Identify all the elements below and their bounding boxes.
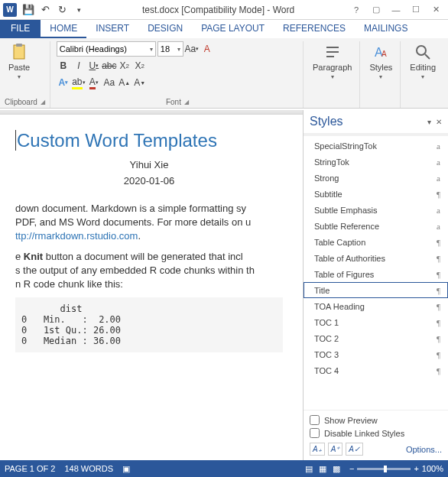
doc-author[interactable]: Yihui Xie xyxy=(15,159,283,170)
style-item[interactable]: Stronga xyxy=(304,170,448,186)
char-shading-button[interactable]: Aa xyxy=(102,75,116,90)
svg-rect-1 xyxy=(16,44,22,47)
tab-design[interactable]: DESIGN xyxy=(138,20,192,38)
style-inspector-button[interactable]: A⁺ xyxy=(328,443,343,456)
manage-styles-button[interactable]: A✓ xyxy=(346,443,363,456)
zoom-in-button[interactable]: + xyxy=(414,464,418,473)
save-button[interactable]: 💾 xyxy=(21,2,36,18)
shrink-font-button[interactable]: A▼ xyxy=(133,75,147,90)
style-item[interactable]: StringToka xyxy=(304,154,448,170)
doc-link[interactable]: ttp://rmarkdown.rstudio.com xyxy=(15,230,138,242)
qat-more-button[interactable]: ▾ xyxy=(71,2,86,18)
word-icon: W xyxy=(3,3,17,17)
style-item[interactable]: Table of Authorities¶ xyxy=(304,250,448,266)
doc-code-block[interactable]: dist 0 Min. : 2.00 0 1st Qu.: 26.00 0 Me… xyxy=(15,297,283,352)
print-layout-button[interactable]: ▦ xyxy=(319,464,326,474)
pane-close-button[interactable]: ✕ xyxy=(436,118,442,126)
bold-button[interactable]: B xyxy=(57,58,70,73)
tab-insert[interactable]: INSERT xyxy=(86,20,138,38)
change-case-button[interactable]: Aa▾ xyxy=(185,41,199,57)
style-item-mark: ¶ xyxy=(437,238,440,247)
style-item[interactable]: TOC 1¶ xyxy=(304,314,448,330)
statusbar: PAGE 1 OF 2 148 WORDS ▣ ▤ ▦ ▩ − + 100% xyxy=(0,460,448,477)
styles-list[interactable]: SpecialStringTokaStringTokaStrongaSubtit… xyxy=(304,136,448,410)
italic-button[interactable]: I xyxy=(72,58,86,73)
styles-button[interactable]: AAStyles▾ xyxy=(366,41,395,82)
tab-home[interactable]: HOME xyxy=(41,20,86,38)
minimize-button[interactable]: — xyxy=(387,2,405,18)
style-item[interactable]: Title¶ xyxy=(304,282,448,298)
ribbon: Paste ▾ Clipboard◢ Calibri (Headings)▾ 1… xyxy=(0,38,448,109)
page-indicator[interactable]: PAGE 1 OF 2 xyxy=(5,464,55,473)
style-item[interactable]: SpecialStringToka xyxy=(304,138,448,154)
zoom-control: − + 100% xyxy=(349,464,443,473)
highlight-button[interactable]: ab▾ xyxy=(72,75,86,90)
style-item-name: Table Caption xyxy=(314,238,365,247)
document-area[interactable]: Custom Word Templates Yihui Xie 2020-01-… xyxy=(0,110,303,460)
titlebar: W 💾 ↶ ↻ ▾ test.docx [Compatibility Mode]… xyxy=(0,0,448,20)
style-item[interactable]: Table Caption¶ xyxy=(304,234,448,250)
style-item-mark: ¶ xyxy=(437,334,440,343)
style-item[interactable]: Table of Figures¶ xyxy=(304,266,448,282)
doc-paragraph[interactable]: down document. Markdown is a simple form… xyxy=(15,202,283,244)
tab-mailings[interactable]: MAILINGS xyxy=(355,20,417,38)
font-color-button[interactable]: A▾ xyxy=(87,75,101,90)
text-effects-button[interactable]: A▾ xyxy=(57,75,70,90)
new-style-button[interactable]: A₊ xyxy=(310,443,325,456)
clear-formatting-button[interactable]: A xyxy=(200,41,214,57)
superscript-button[interactable]: X2 xyxy=(133,58,147,73)
style-item[interactable]: TOC 3¶ xyxy=(304,346,448,362)
redo-button[interactable]: ↻ xyxy=(54,2,70,18)
doc-title[interactable]: Custom Word Templates xyxy=(15,130,283,151)
group-font-label: Font xyxy=(166,98,181,106)
style-item[interactable]: TOA Heading¶ xyxy=(304,298,448,314)
tab-references[interactable]: REFERENCES xyxy=(274,20,355,38)
style-item[interactable]: TOC 2¶ xyxy=(304,330,448,346)
proofing-icon[interactable]: ▣ xyxy=(122,464,130,474)
styles-options-link[interactable]: Options... xyxy=(406,445,442,454)
style-item-name: TOA Heading xyxy=(314,302,365,311)
font-name-combo[interactable]: Calibri (Headings)▾ xyxy=(57,41,156,57)
grow-font-button[interactable]: A▲ xyxy=(118,75,131,90)
clipboard-launcher[interactable]: ◢ xyxy=(41,99,45,105)
help-button[interactable]: ? xyxy=(347,2,365,18)
style-item-name: TOC 4 xyxy=(314,366,339,375)
font-launcher[interactable]: ◢ xyxy=(184,99,189,105)
document-page[interactable]: Custom Word Templates Yihui Xie 2020-01-… xyxy=(0,115,303,460)
style-item-name: TOC 3 xyxy=(314,350,339,359)
group-clipboard: Paste ▾ Clipboard◢ xyxy=(5,41,50,108)
style-item-mark: a xyxy=(437,174,440,183)
read-mode-button[interactable]: ▤ xyxy=(305,464,313,474)
style-item-name: TOC 2 xyxy=(314,334,339,343)
close-button[interactable]: ✕ xyxy=(427,2,445,18)
web-layout-button[interactable]: ▩ xyxy=(333,464,340,474)
word-count[interactable]: 148 WORDS xyxy=(64,464,113,473)
pane-dropdown-button[interactable]: ▾ xyxy=(427,118,431,126)
subscript-button[interactable]: X2 xyxy=(118,58,131,73)
font-size-combo[interactable]: 18▾ xyxy=(157,41,183,57)
maximize-button[interactable]: ☐ xyxy=(407,2,425,18)
doc-paragraph[interactable]: e Knit button a document will be generat… xyxy=(15,250,283,292)
zoom-level[interactable]: 100% xyxy=(422,464,443,473)
doc-date[interactable]: 2020-01-06 xyxy=(15,175,283,187)
zoom-slider[interactable] xyxy=(357,468,411,470)
svg-text:A: A xyxy=(381,50,387,58)
zoom-out-button[interactable]: − xyxy=(349,464,354,473)
paragraph-button[interactable]: Paragraph▾ xyxy=(310,41,355,82)
style-item[interactable]: Subtle Referencea xyxy=(304,218,448,234)
ribbon-display-button[interactable]: ▢ xyxy=(367,2,385,18)
strikethrough-button[interactable]: abc xyxy=(102,58,116,73)
disable-linked-checkbox[interactable]: Disable Linked Styles xyxy=(310,428,442,438)
underline-button[interactable]: U▾ xyxy=(87,58,101,73)
undo-button[interactable]: ↶ xyxy=(37,2,53,18)
style-item-mark: a xyxy=(437,157,440,167)
style-item[interactable]: Subtitle¶ xyxy=(304,186,448,202)
style-item[interactable]: Subtle Emphasisa xyxy=(304,202,448,218)
style-item-name: TOC 1 xyxy=(314,318,339,327)
tab-pagelayout[interactable]: PAGE LAYOUT xyxy=(192,20,274,38)
editing-button[interactable]: Editing▾ xyxy=(407,41,439,82)
tab-file[interactable]: FILE xyxy=(0,20,41,38)
style-item[interactable]: TOC 4¶ xyxy=(304,362,448,378)
paste-button[interactable]: Paste ▾ xyxy=(5,41,34,82)
show-preview-checkbox[interactable]: Show Preview xyxy=(310,415,442,425)
